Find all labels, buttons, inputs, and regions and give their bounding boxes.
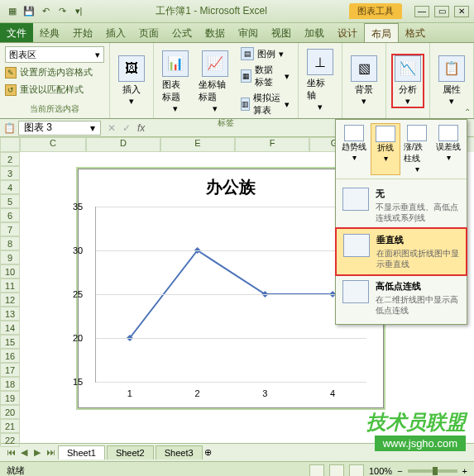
sheet-nav-last[interactable]: ⏭ [45,447,56,458]
zoom-out-button[interactable]: − [397,466,402,476]
page-layout-view-button[interactable] [329,464,344,477]
chart-element-selector[interactable]: 图表区 ▾ [5,46,104,63]
group-analysis: 📉 分析 ▾ [386,43,430,118]
analysis-button[interactable]: 📉 分析 ▾ [391,54,424,108]
row-header[interactable]: 3 [0,166,20,180]
tab-layout[interactable]: 布局 [364,23,399,42]
row-header[interactable]: 21 [0,419,20,433]
sheet-nav-first[interactable]: ⏮ [5,447,17,458]
cancel-formula-icon[interactable]: ✕ [108,122,116,134]
row-header[interactable]: 12 [0,293,20,307]
axes-button[interactable]: ⊥ 坐标轴 ▾ [304,47,337,114]
tab-insert[interactable]: 插入 [99,23,132,42]
column-header[interactable]: D [86,137,160,152]
data-labels-button[interactable]: ▦数据标签 ▾ [237,63,293,89]
error-bars-button[interactable]: 误差线▾ [433,123,463,175]
zoom-level[interactable]: 100% [369,466,392,476]
confirm-formula-icon[interactable]: ✓ [122,122,131,134]
row-header[interactable]: 4 [0,180,20,194]
row-header[interactable]: 15 [0,335,20,349]
option-drop-lines[interactable]: 垂直线 在面积图或折线图中显示垂直线 [335,227,467,276]
sheet-nav-prev[interactable]: ◀ [18,447,30,458]
reset-style-button[interactable]: ↺ 重设以匹配样式 [5,82,84,98]
new-sheet-button[interactable]: ⊕ [204,447,212,458]
save-icon[interactable]: 💾 [22,4,36,19]
row-header[interactable]: 5 [0,194,20,208]
tab-classic[interactable]: 经典 [33,23,66,42]
name-box[interactable]: 图表 3 ▾ [18,121,101,136]
tab-data[interactable]: 数据 [199,23,232,42]
sheet-tab-2[interactable]: Sheet2 [107,445,154,459]
paste-icon[interactable]: 📋 [0,122,18,134]
row-header[interactable]: 16 [0,349,20,363]
qat-more-icon[interactable]: ▾| [71,4,86,19]
normal-view-button[interactable] [309,464,324,477]
lines-options: 无 不显示垂直线、高低点连线或系列线 垂直线 在面积图或折线图中显示垂直线 高低… [336,179,467,324]
axis-title-button[interactable]: 📈 坐标轴标题 ▾ [195,49,234,116]
zoom-in-button[interactable]: + [462,466,467,476]
status-text: 就绪 [7,464,25,476]
plot-area[interactable]: 15202530351234 [95,207,366,383]
title-bar: ▦ 💾 ↶ ↷ ▾| 工作簿1 - Microsoft Excel 图表工具 —… [0,0,474,23]
excel-icon[interactable]: ▦ [5,4,20,19]
chevron-down-icon: ▾ [213,103,218,114]
sheet-nav-next[interactable]: ▶ [31,447,43,458]
row-header[interactable]: 10 [0,264,20,278]
updown-bars-button[interactable]: 涨/跌柱线▾ [402,123,432,175]
trendline-button[interactable]: 趋势线▾ [339,123,369,175]
ribbon-collapse-icon[interactable]: ⌃ [464,107,471,117]
row-header[interactable]: 7 [0,222,20,236]
row-header[interactable]: 19 [0,391,20,405]
redo-icon[interactable]: ↷ [55,4,69,19]
data-table-button[interactable]: ▥模拟运算表 ▾ [237,91,293,117]
row-header[interactable]: 2 [0,152,20,166]
option-high-low-lines[interactable]: 高低点连线 在二维折线图中显示高低点连线 [336,275,467,321]
sheet-tab-1[interactable]: Sheet1 [58,445,105,459]
column-header[interactable]: F [235,137,309,152]
page-break-view-button[interactable] [349,464,364,477]
minimize-button[interactable]: — [414,6,429,17]
errorbars-icon [438,125,458,141]
tab-format[interactable]: 格式 [399,23,432,42]
row-header[interactable]: 20 [0,405,20,419]
y-tick-label: 25 [73,289,83,299]
group-label-selection: 当前所选内容 [5,103,104,115]
chart-title-button[interactable]: 📊 图表标题 ▾ [159,49,192,116]
row-header[interactable]: 14 [0,321,20,335]
column-header[interactable]: C [20,137,86,152]
tab-addins[interactable]: 加载 [298,23,331,42]
tab-design[interactable]: 设计 [331,23,364,42]
properties-button[interactable]: 📋 属性 ▾ [435,54,468,108]
background-button[interactable]: ▧ 背景 ▾ [347,54,381,108]
column-header[interactable]: E [160,137,235,152]
x-tick-label: 4 [330,388,335,398]
legend-button[interactable]: ▤图例 ▾ [237,46,293,61]
row-header[interactable]: 17 [0,363,20,377]
chart-title-icon: 📊 [162,50,189,77]
tab-formula[interactable]: 公式 [165,23,199,42]
row-header[interactable]: 18 [0,377,20,391]
row-header[interactable]: 11 [0,278,20,293]
row-header[interactable]: 8 [0,236,20,250]
close-button[interactable]: ✕ [454,6,469,17]
format-selection-button[interactable]: ✎ 设置所选内容格式 [5,64,93,80]
undo-icon[interactable]: ↶ [38,4,53,19]
option-none[interactable]: 无 不显示垂直线、高低点连线或系列线 [336,183,467,228]
format-selection-icon: ✎ [5,67,17,79]
tab-file[interactable]: 文件 [0,23,33,42]
fx-icon[interactable]: fx [137,122,145,134]
reset-style-icon: ↺ [5,84,17,96]
lines-button[interactable]: 折线▾ [371,123,400,175]
tab-page[interactable]: 页面 [132,23,165,42]
tab-home[interactable]: 开始 [66,23,99,42]
tab-review[interactable]: 审阅 [232,23,265,42]
row-header[interactable]: 6 [0,208,20,222]
row-header[interactable]: 13 [0,307,20,321]
zoom-slider[interactable] [408,469,457,473]
insert-button[interactable]: 🖼 插入 ▾ [115,54,148,108]
sheet-tab-3[interactable]: Sheet3 [156,445,203,459]
maximize-button[interactable]: ▭ [434,6,449,17]
row-header[interactable]: 22 [0,433,20,447]
row-header[interactable]: 9 [0,250,20,264]
tab-view[interactable]: 视图 [265,23,298,42]
